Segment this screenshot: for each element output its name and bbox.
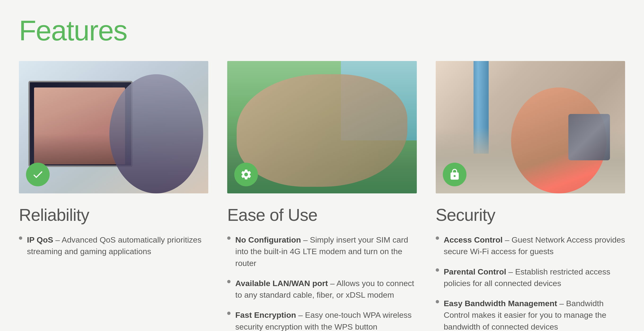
list-item: Easy Bandwidth Management – Bandwidth Co… [436, 298, 625, 331]
list-item-bold: No Configuration [235, 235, 301, 244]
bullet-icon [227, 280, 230, 283]
bullet-icon [436, 300, 439, 303]
list-item-bold: Easy Bandwidth Management [444, 299, 557, 308]
gear-icon [240, 168, 252, 181]
list-item-bold: Access Control [444, 235, 502, 244]
ease-title: Ease of Use [227, 205, 416, 224]
list-item: IP QoS – Advanced QoS automatically prio… [19, 234, 208, 258]
image-ease [227, 61, 416, 194]
list-item-bold: IP QoS [27, 235, 53, 244]
features-grid: Reliability IP QoS – Advanced QoS automa… [19, 61, 625, 331]
list-item: No Configuration – Simply insert your SI… [227, 234, 416, 269]
reliability-list: IP QoS – Advanced QoS automatically prio… [19, 234, 208, 258]
security-list: Access Control – Guest Network Access pr… [436, 234, 625, 331]
feature-column-ease: Ease of Use No Configuration – Simply in… [227, 61, 416, 331]
lock-icon [448, 168, 461, 181]
checkmark-icon [32, 168, 44, 181]
reliability-title: Reliability [19, 205, 208, 224]
list-item: Access Control – Guest Network Access pr… [436, 234, 625, 258]
list-item-bold: Available LAN/WAN port [235, 279, 328, 288]
list-item-text: Parental Control – Establish restricted … [444, 266, 625, 290]
feature-column-security: Security Access Control – Guest Network … [436, 61, 625, 331]
list-item-bold: Fast Encryption [235, 310, 296, 320]
bullet-icon [436, 236, 439, 240]
list-item: Fast Encryption – Easy one-touch WPA wir… [227, 309, 416, 331]
list-item-text: IP QoS – Advanced QoS automatically prio… [27, 234, 208, 258]
list-item: Parental Control – Establish restricted … [436, 266, 625, 290]
image-security [436, 61, 625, 194]
bullet-icon [227, 312, 230, 315]
security-title: Security [436, 205, 625, 224]
page-title: Features [19, 14, 625, 47]
ease-list: No Configuration – Simply insert your SI… [227, 234, 416, 331]
security-icon-badge [443, 163, 466, 186]
list-item-text: No Configuration – Simply insert your SI… [235, 234, 416, 269]
bullet-icon [227, 236, 230, 240]
image-reliability [19, 61, 208, 194]
feature-column-reliability: Reliability IP QoS – Advanced QoS automa… [19, 61, 208, 331]
bullet-icon [436, 268, 439, 272]
ease-icon-badge [234, 163, 258, 186]
list-item-text: Fast Encryption – Easy one-touch WPA wir… [235, 309, 416, 331]
list-item-bold: Parental Control [444, 267, 506, 276]
list-item-text: Access Control – Guest Network Access pr… [444, 234, 625, 258]
list-item-body: – Advanced QoS automatically prioritizes… [27, 235, 202, 256]
list-item-text: Easy Bandwidth Management – Bandwidth Co… [444, 298, 625, 331]
page-wrapper: Features Reliability [0, 0, 644, 331]
bullet-icon [19, 236, 22, 240]
list-item-text: Available LAN/WAN port – Allows you to c… [235, 278, 416, 301]
reliability-icon-badge [26, 163, 50, 186]
list-item: Available LAN/WAN port – Allows you to c… [227, 278, 416, 301]
